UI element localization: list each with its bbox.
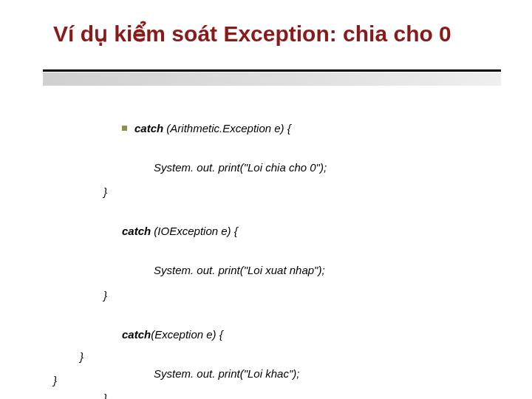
slide-title: Ví dụ kiểm soát Exception: chia cho 0	[53, 21, 502, 47]
code-line-print2: System. out. print("Loi xuat nhap");	[154, 263, 506, 278]
code-line-close1: }	[103, 185, 506, 200]
code-line-print3: System. out. print("Loi khac");	[154, 366, 506, 381]
code-line-print1: System. out. print("Loi chia cho 0");	[154, 160, 506, 175]
code-line-outer-close0: }	[53, 374, 57, 386]
slide: Ví dụ kiểm soát Exception: chia cho 0 ca…	[0, 0, 532, 399]
code-line-outer-close1: }	[80, 350, 83, 363]
code-body: catch (Arithmetic.Exception e) { System.…	[103, 106, 506, 399]
code-line-catch1: catch (Arithmetic.Exception e) {	[103, 106, 506, 150]
code-line-catch2: catch (IOException e) {	[103, 210, 506, 253]
code-line-close3: }	[103, 391, 506, 399]
title-underline	[43, 69, 501, 92]
bullet-icon	[122, 126, 127, 131]
code-line-catch3: catch(Exception e) {	[103, 313, 506, 356]
code-line-close2: }	[103, 288, 506, 303]
